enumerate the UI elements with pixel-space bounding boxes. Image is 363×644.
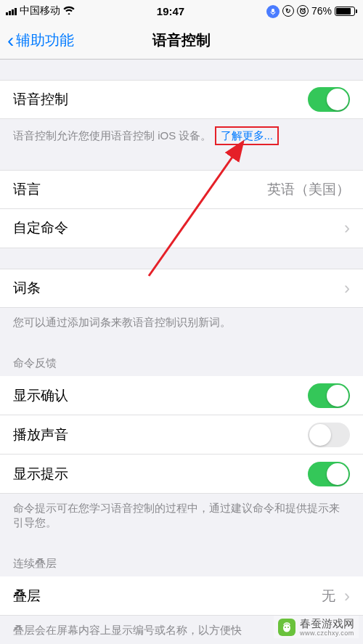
rotation-lock-icon: ↻ (282, 5, 294, 17)
status-time: 19:47 (157, 5, 184, 17)
learn-more-link[interactable]: 了解更多... (221, 129, 274, 142)
language-label: 语言 (13, 180, 41, 199)
voice-control-footer: 语音控制允许您使用语音控制 iOS 设备。 了解更多... (0, 119, 363, 150)
watermark-icon (278, 619, 295, 636)
back-label: 辅助功能 (16, 30, 74, 50)
chevron-left-icon: ‹ (7, 30, 14, 51)
overlay-header: 连续叠层 (0, 544, 363, 576)
voice-control-active-icon (266, 5, 280, 18)
show-hint-label: 显示提示 (13, 465, 68, 484)
back-button[interactable]: ‹ 辅助功能 (7, 30, 74, 51)
carrier-label: 中国移动 (20, 4, 60, 17)
vocabulary-label: 词条 (13, 279, 41, 298)
battery-percent: 76% (311, 5, 332, 17)
voice-control-switch[interactable] (308, 87, 350, 112)
show-hint-switch[interactable] (308, 462, 350, 486)
status-right: ↻ 76% (266, 4, 357, 17)
chevron-right-icon: › (344, 218, 350, 238)
svg-rect-0 (272, 9, 274, 12)
watermark-name: 春蚕游戏网 (300, 617, 354, 629)
overlay-row[interactable]: 叠层 无 › (0, 576, 363, 616)
language-row[interactable]: 语言 英语（美国） (0, 170, 363, 209)
chevron-right-icon: › (344, 278, 350, 298)
custom-commands-label: 自定命令 (13, 219, 68, 237)
vocabulary-footer: 您可以通过添加词条来教语音控制识别新词。 (0, 308, 363, 334)
voice-control-label: 语音控制 (13, 90, 68, 109)
voice-control-footer-text: 语音控制允许您使用语音控制 iOS 设备。 (13, 129, 211, 142)
status-bar: 中国移动 19:47 ↻ 76% (0, 0, 363, 22)
battery-icon (335, 7, 357, 16)
overlay-label: 叠层 (13, 587, 41, 606)
feedback-header: 命令反馈 (0, 343, 363, 376)
signal-icon (6, 7, 17, 15)
alarm-icon (297, 5, 309, 17)
watermark: 春蚕游戏网 www.czchxy.com (274, 616, 359, 638)
show-confirm-row[interactable]: 显示确认 (0, 376, 363, 415)
show-confirm-label: 显示确认 (13, 386, 68, 405)
svg-point-4 (283, 624, 290, 632)
chevron-right-icon: › (344, 586, 350, 606)
voice-control-toggle-row[interactable]: 语音控制 (0, 80, 363, 119)
watermark-url: www.czchxy.com (300, 629, 354, 637)
language-value: 英语（美国） (267, 180, 350, 199)
wifi-icon (63, 5, 75, 17)
svg-point-5 (285, 627, 286, 628)
feedback-footer: 命令提示可在您学习语音控制的过程中，通过建议命令和提供提示来引导您。 (0, 494, 363, 534)
overlay-value: 无 (322, 587, 335, 606)
show-confirm-switch[interactable] (308, 383, 350, 408)
custom-commands-row[interactable]: 自定命令 › (0, 209, 363, 248)
nav-bar: ‹ 辅助功能 语音控制 (0, 22, 363, 60)
play-sound-row[interactable]: 播放声音 (0, 415, 363, 455)
settings-content: 语音控制 语音控制允许您使用语音控制 iOS 设备。 了解更多... 语言 英语… (0, 80, 363, 642)
show-hint-row[interactable]: 显示提示 (0, 455, 363, 494)
vocabulary-row[interactable]: 词条 › (0, 269, 363, 308)
learn-more-highlight: 了解更多... (215, 126, 280, 145)
play-sound-switch[interactable] (308, 423, 350, 447)
status-left: 中国移动 (6, 4, 75, 17)
play-sound-label: 播放声音 (13, 425, 68, 444)
svg-point-6 (287, 627, 289, 628)
